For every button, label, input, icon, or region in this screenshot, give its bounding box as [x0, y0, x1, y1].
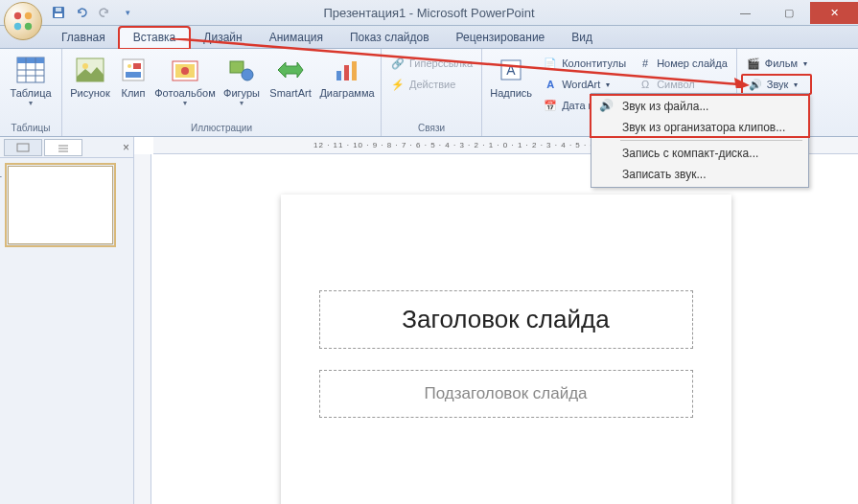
svg-point-14 — [82, 63, 88, 69]
svg-point-21 — [181, 67, 189, 75]
movie-icon: 🎬 — [746, 56, 761, 71]
action-label: Действие — [409, 79, 455, 90]
vertical-ruler — [134, 154, 151, 504]
tab-slideshow[interactable]: Показ слайдов — [336, 28, 443, 48]
smartart-label: SmartArt — [269, 87, 311, 99]
svg-point-0 — [14, 12, 21, 19]
wordart-label: WordArt — [562, 79, 600, 90]
table-label: Таблица — [10, 87, 51, 99]
datetime-label: Дата и — [562, 100, 594, 111]
tab-view[interactable]: Вид — [558, 28, 606, 48]
picture-button[interactable]: Рисунок — [66, 53, 114, 101]
slide[interactable]: Заголовок слайда Подзаголовок слайда — [281, 195, 731, 504]
menu-separator — [620, 140, 802, 141]
datetime-icon: 📅 — [543, 98, 558, 113]
group-illustrations-label: Иллюстрации — [66, 121, 377, 136]
maximize-button[interactable]: ▢ — [767, 2, 810, 24]
svg-rect-25 — [344, 65, 349, 80]
photoalbum-label: Фотоальбом — [154, 87, 216, 99]
subtitle-placeholder[interactable]: Подзаголовок слайда — [319, 370, 693, 418]
photoalbum-button[interactable]: Фотоальбом ▾ — [152, 53, 218, 109]
hyperlink-button: 🔗 Гиперссылка — [385, 53, 477, 74]
undo-icon[interactable] — [71, 2, 92, 23]
shapes-label: Фигуры — [223, 87, 260, 99]
slides-tab-thumbnail[interactable] — [4, 139, 42, 156]
tab-design[interactable]: Дизайн — [190, 28, 255, 48]
photoalbum-icon — [170, 55, 200, 85]
svg-text:A: A — [507, 62, 517, 78]
slides-tab-outline[interactable] — [44, 139, 82, 156]
speaker-icon: 🔊 — [599, 99, 615, 114]
save-icon[interactable] — [48, 2, 69, 23]
tab-home[interactable]: Главная — [48, 28, 119, 48]
chart-button[interactable]: Диаграмма — [317, 53, 377, 101]
slidenumber-label: Номер слайда — [657, 57, 728, 69]
smartart-button[interactable]: SmartArt — [266, 53, 315, 101]
dd-sound-from-file[interactable]: 🔊 Звук из файла... — [593, 96, 806, 117]
tab-animation[interactable]: Анимация — [256, 28, 336, 48]
quick-access-toolbar: ▾ — [48, 2, 138, 23]
symbol-button: ΩСимвол — [633, 74, 732, 95]
textbox-label: Надпись — [490, 87, 532, 99]
group-tables: Таблица ▾ Таблицы — [0, 49, 62, 136]
group-links-label: Связи — [385, 121, 477, 136]
svg-rect-5 — [55, 13, 62, 17]
svg-rect-22 — [230, 61, 243, 73]
work-area: × 1 12 · 11 · 10 · 9 · 8 · 7 · 6 · 5 · 4… — [0, 137, 858, 504]
dd-fromcd-label: Запись с компакт-диска... — [622, 147, 758, 160]
slide-number: 1 — [0, 168, 2, 179]
group-links: 🔗 Гиперссылка ⚡ Действие Связи — [382, 49, 482, 136]
wordart-button[interactable]: AWordArt▾ — [538, 74, 631, 95]
headerfooter-icon: 📄 — [543, 56, 558, 71]
office-button[interactable] — [4, 2, 42, 40]
svg-rect-26 — [352, 61, 357, 80]
tab-insert[interactable]: Вставка — [119, 27, 191, 49]
clip-button[interactable]: Клип — [116, 53, 151, 101]
slide-canvas[interactable]: Заголовок слайда Подзаголовок слайда — [153, 156, 858, 504]
sound-dropdown: 🔊 Звук из файла... Звук из организатора … — [591, 93, 809, 188]
headerfooter-button[interactable]: 📄Колонтитулы — [538, 53, 631, 74]
slides-panel-tabs: × — [0, 137, 133, 158]
group-tables-label: Таблицы — [4, 121, 58, 136]
slide-editor: 12 · 11 · 10 · 9 · 8 · 7 · 6 · 5 · 4 · 3… — [134, 137, 858, 504]
svg-rect-6 — [56, 8, 61, 11]
clip-icon — [118, 55, 149, 85]
title-placeholder-text: Заголовок слайда — [330, 305, 683, 334]
title-bar: ▾ Презентация1 - Microsoft PowerPoint ▢ — [0, 0, 858, 26]
textbox-icon: A — [496, 55, 526, 85]
dd-fromfile-label: Звук из файла... — [622, 100, 708, 113]
redo-icon[interactable] — [94, 2, 115, 23]
table-button[interactable]: Таблица ▾ — [4, 53, 58, 109]
minimize-button[interactable] — [724, 2, 767, 24]
svg-rect-24 — [336, 71, 341, 80]
slidenumber-icon: # — [638, 56, 653, 71]
close-panel-icon[interactable]: × — [123, 141, 129, 154]
ribbon: Таблица ▾ Таблицы Рисунок Клип Фотоальбо… — [0, 49, 858, 137]
qat-customize-icon[interactable]: ▾ — [117, 2, 138, 23]
movie-button[interactable]: 🎬Фильм▾ — [741, 53, 812, 74]
textbox-button[interactable]: A Надпись — [486, 53, 536, 101]
close-button[interactable] — [810, 2, 858, 24]
subtitle-placeholder-text: Подзаголовок слайда — [330, 384, 683, 403]
svg-rect-17 — [133, 63, 141, 69]
svg-point-16 — [128, 64, 131, 68]
dd-sound-from-cd[interactable]: Запись с компакт-диска... — [593, 143, 806, 164]
chart-icon — [332, 55, 362, 85]
shapes-button[interactable]: Фигуры ▾ — [220, 53, 264, 109]
sound-label: Звук — [767, 79, 789, 90]
sound-button[interactable]: 🔊Звук▾ — [741, 74, 812, 95]
slide-thumbnail-1[interactable] — [8, 166, 113, 244]
tab-review[interactable]: Рецензирование — [443, 28, 559, 48]
picture-icon — [75, 55, 105, 85]
sound-icon: 🔊 — [748, 77, 763, 92]
slidenumber-button[interactable]: #Номер слайда — [633, 53, 732, 74]
window-title: Презентация1 - Microsoft PowerPoint — [323, 6, 534, 20]
dd-record-sound[interactable]: Записать звук... — [593, 164, 806, 185]
svg-point-23 — [242, 69, 253, 80]
svg-point-1 — [25, 12, 32, 19]
slides-panel: × 1 — [0, 137, 134, 504]
dd-sound-from-organizer[interactable]: Звук из организатора клипов... — [593, 117, 806, 138]
dd-fromorganizer-label: Звук из организатора клипов... — [622, 121, 785, 134]
title-placeholder[interactable]: Заголовок слайда — [319, 290, 693, 349]
hyperlink-label: Гиперссылка — [409, 57, 473, 69]
